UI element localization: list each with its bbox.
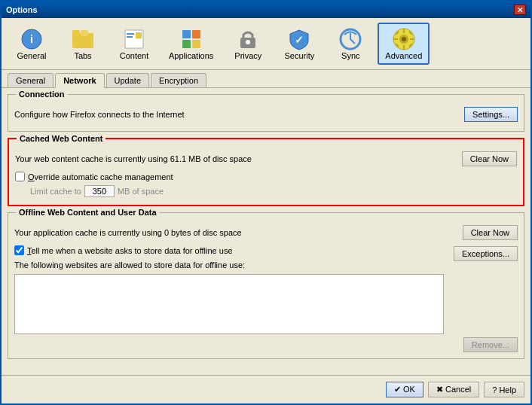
window-title: Options (6, 5, 38, 14)
clear-now-button-offline[interactable]: Clear Now (463, 225, 518, 240)
bottom-bar: ✔ OK ✖ Cancel ? Help (2, 375, 530, 403)
toolbar-sync-label: Sync (341, 51, 359, 60)
general-icon: i (20, 27, 44, 51)
content-area: Connection Configure how Firefox connect… (2, 87, 530, 375)
ok-button[interactable]: ✔ OK (386, 382, 423, 397)
limit-prefix: Limit cache to (30, 187, 81, 196)
svg-point-14 (246, 40, 250, 44)
app-cache-info: Your application cache is currently usin… (14, 228, 242, 237)
toolbar-item-content[interactable]: Content (110, 23, 158, 65)
svg-rect-11 (182, 40, 191, 48)
toolbar-advanced-label: Advanced (385, 51, 422, 60)
svg-rect-8 (136, 32, 142, 38)
exceptions-button[interactable]: Exceptions... (454, 246, 518, 261)
tab-update[interactable]: Update (106, 73, 149, 87)
remove-button[interactable]: Remove... (463, 337, 518, 352)
cancel-button[interactable]: ✖ Cancel (428, 382, 479, 397)
connection-title: Connection (16, 90, 68, 99)
toolbar: i General Tabs Content (2, 18, 530, 70)
svg-text:✓: ✓ (295, 34, 304, 46)
remove-button-row: Remove... (14, 337, 518, 352)
svg-rect-9 (182, 30, 191, 38)
content-icon (122, 27, 146, 51)
tell-me-checkbox[interactable] (14, 245, 24, 255)
websites-label-row: The following websites are allowed to st… (14, 257, 444, 271)
toolbar-item-tabs[interactable]: Tabs (59, 23, 107, 65)
toolbar-item-advanced[interactable]: Advanced (378, 23, 430, 65)
toolbar-applications-label: Applications (169, 51, 213, 60)
connection-description: Configure how Firefox connects to the In… (14, 110, 185, 119)
connection-section: Connection Configure how Firefox connect… (8, 94, 524, 132)
privacy-icon (236, 27, 260, 51)
security-icon: ✓ (287, 27, 311, 51)
cached-web-content-section: Cached Web Content Your web content cach… (8, 138, 524, 206)
svg-rect-12 (192, 40, 200, 48)
toolbar-tabs-label: Tabs (74, 51, 91, 60)
sync-icon (338, 27, 362, 51)
svg-rect-21 (403, 45, 405, 50)
cache-info-row: Your web content cache is currently usin… (15, 148, 517, 169)
options-window: Options ✕ i General Tabs (0, 0, 532, 405)
applications-icon (179, 27, 203, 51)
svg-rect-10 (192, 30, 200, 38)
tab-network[interactable]: Network (55, 73, 104, 88)
cache-limit-row: Limit cache to MB of space (15, 184, 517, 199)
override-checkbox[interactable] (15, 172, 25, 181)
advanced-icon (392, 27, 416, 51)
tabs-icon (71, 27, 95, 51)
toolbar-item-general[interactable]: i General (8, 23, 56, 65)
svg-rect-6 (127, 33, 134, 35)
cached-web-content-title: Cached Web Content (17, 134, 105, 143)
offline-content-section: Offline Web Content and User Data Your a… (8, 212, 524, 359)
toolbar-item-applications[interactable]: Applications (161, 23, 221, 65)
websites-list (14, 274, 444, 334)
toolbar-content-label: Content (120, 51, 149, 60)
toolbar-privacy-label: Privacy (234, 51, 261, 60)
connection-content: Configure how Firefox connects to the In… (14, 104, 518, 125)
svg-rect-22 (393, 38, 398, 40)
cache-info-text: Your web content cache is currently usin… (15, 154, 252, 163)
tell-me-row: Tell me when a website asks to store dat… (14, 243, 444, 257)
clear-now-button-cache[interactable]: Clear Now (462, 151, 517, 166)
toolbar-item-sync[interactable]: Sync (326, 23, 375, 65)
limit-suffix: MB of space (118, 187, 164, 196)
toolbar-item-privacy[interactable]: Privacy (224, 23, 272, 65)
tell-me-label: Tell me when a website asks to store dat… (27, 246, 233, 255)
override-label: Override automatic cache management (28, 172, 173, 181)
svg-rect-23 (410, 38, 414, 40)
svg-rect-7 (127, 36, 133, 38)
close-button[interactable]: ✕ (514, 5, 526, 15)
cached-web-content-content: Your web content cache is currently usin… (15, 148, 517, 199)
tab-general[interactable]: General (8, 73, 54, 87)
svg-rect-20 (403, 29, 405, 33)
websites-label: The following websites are allowed to st… (14, 260, 245, 269)
tab-encryption[interactable]: Encryption (151, 73, 206, 87)
tab-bar: General Network Update Encryption (2, 70, 530, 87)
svg-rect-3 (72, 30, 80, 36)
help-button[interactable]: ? Help (484, 382, 524, 397)
app-cache-row: Your application cache is currently usin… (14, 222, 518, 243)
connection-row: Configure how Firefox connects to the In… (14, 104, 518, 125)
offline-content-title: Offline Web Content and User Data (16, 208, 160, 217)
offline-content-content: Your application cache is currently usin… (14, 222, 518, 352)
svg-point-19 (402, 37, 406, 41)
toolbar-security-label: Security (284, 51, 314, 60)
override-row: Override automatic cache management (15, 169, 517, 184)
title-bar: Options ✕ (2, 2, 530, 18)
toolbar-general-label: General (17, 51, 46, 60)
toolbar-item-security[interactable]: ✓ Security (275, 23, 323, 65)
cache-limit-input[interactable] (84, 185, 115, 197)
settings-button[interactable]: Settings... (464, 107, 518, 122)
svg-text:i: i (30, 33, 33, 45)
svg-rect-4 (81, 30, 88, 36)
